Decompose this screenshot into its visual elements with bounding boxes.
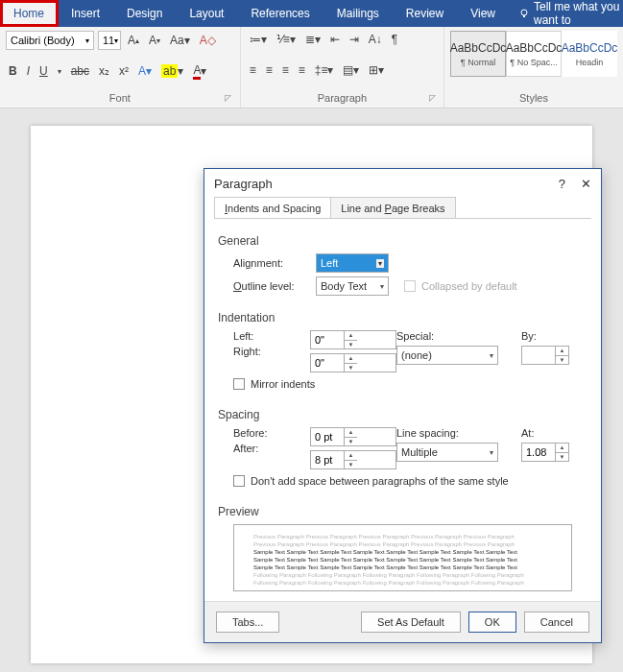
paragraph-dialog: Paragraph ? ✕ Indents and Spacing Line a… [204, 168, 602, 643]
tell-me[interactable]: Tell me what you want to [509, 0, 623, 27]
tab-home[interactable]: Home [0, 0, 58, 27]
justify-button[interactable]: ≡ [296, 61, 308, 79]
change-case-button[interactable]: Aa▾ [167, 32, 193, 49]
tab-design[interactable]: Design [113, 0, 176, 27]
subscript-button[interactable]: x₂ [96, 62, 112, 80]
font-size-combo[interactable]: 11▾ [98, 31, 121, 50]
right-spinner[interactable]: ▲▼ [310, 353, 396, 372]
decrease-indent-button[interactable]: ⇤ [327, 31, 343, 48]
tab-mailings[interactable]: Mailings [323, 0, 393, 27]
tab-insert[interactable]: Insert [58, 0, 113, 27]
line-spacing-select[interactable]: Multiple▾ [396, 443, 498, 462]
align-center-button[interactable]: ≡ [263, 61, 276, 79]
set-as-default-button[interactable]: Set As Default [361, 612, 461, 633]
paragraph-dialog-launcher[interactable]: ◸ [426, 93, 438, 105]
font-group-label: Font ◸ [6, 92, 234, 106]
tab-references[interactable]: References [237, 0, 323, 27]
strikethrough-button[interactable]: abc [68, 62, 92, 80]
multilevel-button[interactable]: ≣▾ [302, 31, 323, 48]
dont-add-space-checkbox[interactable] [233, 475, 245, 487]
style-no-spacing[interactable]: AaBbCcDc ¶ No Spac... [506, 31, 562, 77]
clear-formatting-button[interactable]: A◇ [197, 32, 219, 49]
style-preview: AaBbCcDc [506, 41, 563, 55]
svg-rect-1 [523, 15, 525, 17]
style-normal[interactable]: AaBbCcDc ¶ Normal [450, 31, 506, 77]
right-value[interactable] [311, 354, 344, 372]
dont-add-space-label: Don't add space between paragraphs of th… [251, 475, 509, 487]
style-preview: AaBbCcDc [450, 41, 507, 55]
font-color-button[interactable]: A▾ [190, 61, 209, 82]
superscript-button[interactable]: x² [116, 62, 132, 80]
highlight-button[interactable]: ab▾ [158, 62, 186, 80]
special-label: Special: [396, 330, 521, 342]
mirror-label: Mirror indents [251, 378, 315, 390]
after-label: After: [233, 443, 310, 454]
tabs-button[interactable]: Tabs... [216, 612, 279, 633]
close-button[interactable]: ✕ [581, 177, 591, 191]
ok-button[interactable]: OK [468, 612, 516, 633]
align-right-button[interactable]: ≡ [279, 61, 292, 79]
numbering-button[interactable]: ⅟≡▾ [274, 31, 299, 48]
bold-button[interactable]: B [6, 62, 20, 80]
font-size-value: 11 [103, 35, 114, 46]
left-value[interactable] [311, 331, 344, 348]
at-spinner[interactable]: ▲▼ [521, 443, 569, 462]
by-value[interactable] [522, 347, 555, 364]
styles-group-label: Styles [450, 92, 617, 106]
after-value[interactable] [311, 451, 344, 468]
collapsed-checkbox [404, 280, 416, 292]
text-effects-button[interactable]: A▾ [135, 62, 155, 80]
bullets-button[interactable]: ≔▾ [247, 31, 270, 48]
borders-button[interactable]: ⊞▾ [366, 61, 387, 79]
line-spacing-button[interactable]: ‡≡▾ [312, 61, 337, 79]
help-button[interactable]: ? [559, 177, 565, 191]
ribbon: Calibri (Body)▾ 11▾ A▴ A▾ Aa▾ A◇ B I U ▾… [0, 27, 623, 108]
section-indentation: Indentation [218, 311, 587, 324]
show-marks-button[interactable]: ¶ [389, 31, 400, 48]
special-value: (none) [401, 349, 432, 361]
collapsed-label: Collapsed by default [421, 280, 517, 292]
outline-select[interactable]: Body Text▾ [316, 276, 389, 296]
left-spinner[interactable]: ▲▼ [310, 330, 396, 349]
tab-indents-spacing[interactable]: Indents and Spacing [214, 197, 331, 218]
sort-button[interactable]: A↓ [366, 31, 385, 48]
shading-button[interactable]: ▤▾ [340, 61, 362, 79]
at-value[interactable] [522, 444, 555, 461]
before-label: Before: [233, 427, 310, 439]
mirror-checkbox[interactable] [233, 378, 245, 390]
style-heading[interactable]: AaBbCcDc Headin [562, 31, 617, 77]
section-preview: Preview [218, 505, 587, 518]
grow-font-button[interactable]: A▴ [125, 32, 142, 49]
outline-label: Outline level: [233, 280, 310, 292]
lightbulb-icon [518, 8, 530, 19]
alignment-select[interactable]: Left▾ [316, 253, 389, 273]
by-label: By: [521, 330, 569, 342]
tab-line-page-breaks[interactable]: Line and Page Breaks [330, 197, 455, 218]
alignment-value: Left [321, 257, 338, 269]
alignment-label: Alignment: [233, 257, 310, 269]
underline-button[interactable]: U [36, 62, 51, 80]
font-dialog-launcher[interactable]: ◸ [223, 93, 234, 105]
before-spinner[interactable]: ▲▼ [310, 427, 396, 446]
cancel-button[interactable]: Cancel [524, 612, 589, 633]
style-name: Headin [576, 58, 604, 67]
increase-indent-button[interactable]: ⇥ [347, 31, 362, 48]
tab-review[interactable]: Review [393, 0, 457, 27]
right-label: Right: [233, 346, 310, 357]
tab-layout[interactable]: Layout [176, 0, 237, 27]
tell-me-label: Tell me what you want to [534, 0, 623, 27]
section-general: General [218, 234, 587, 248]
font-name-combo[interactable]: Calibri (Body)▾ [6, 31, 94, 50]
line-spacing-label: Line spacing: [396, 427, 521, 439]
italic-button[interactable]: I [24, 62, 33, 80]
style-preview: AaBbCcDc [562, 41, 618, 55]
special-select[interactable]: (none)▾ [396, 346, 498, 365]
align-left-button[interactable]: ≡ [247, 61, 259, 79]
by-spinner[interactable]: ▲▼ [521, 346, 569, 365]
before-value[interactable] [311, 428, 344, 445]
at-label: At: [521, 427, 569, 439]
after-spinner[interactable]: ▲▼ [310, 450, 396, 469]
tab-view[interactable]: View [457, 0, 509, 27]
shrink-font-button[interactable]: A▾ [146, 32, 163, 49]
style-name: ¶ No Spac... [510, 58, 557, 67]
